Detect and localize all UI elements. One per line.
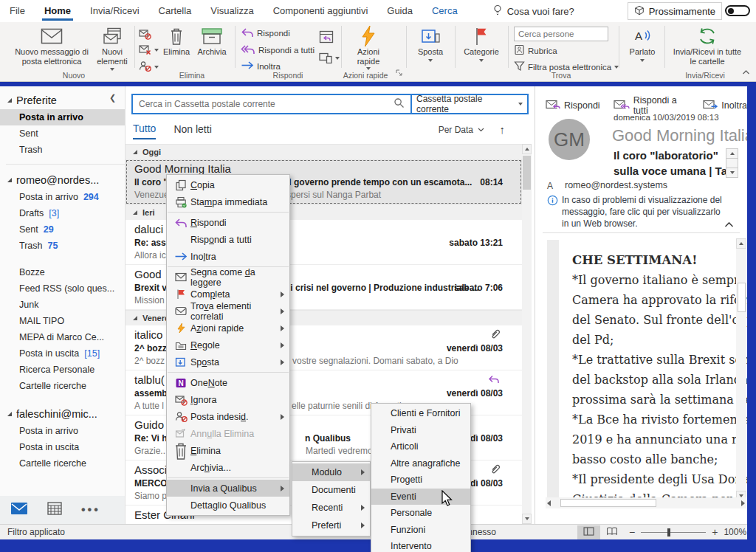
scroll-up-icon[interactable] (522, 144, 532, 154)
ignore-button[interactable] (139, 28, 151, 41)
rispondi-button[interactable]: Rispondi (546, 99, 600, 112)
zoom-slider-thumb[interactable] (667, 528, 670, 537)
menu-item-ignora[interactable]: Ignora (167, 391, 289, 408)
folder-item-feed-rss-solo-ques-[interactable]: Feed RSS (solo ques... (0, 280, 125, 297)
folder-root-faleschini-mic-[interactable]: faleschini@mic... (0, 404, 125, 423)
menu-item-dettaglio-qualibus[interactable]: Dettaglio Qualibus (167, 497, 289, 514)
reply-meeting-button[interactable] (319, 30, 334, 46)
menu-item-funzioni[interactable]: Funzioni (371, 522, 470, 539)
scroll-left-icon[interactable] (547, 500, 551, 506)
folder-root-romeo-nordes-[interactable]: romeo@nordes... (0, 170, 125, 189)
folder-item-sent[interactable]: Sent29 (0, 221, 125, 238)
group-triangle-icon[interactable] (133, 316, 137, 320)
menu-item-preferti[interactable]: Preferti (292, 517, 370, 534)
categorize-button[interactable]: Categorie (459, 25, 504, 62)
collapse-header-icon[interactable] (724, 218, 734, 231)
search-icon[interactable] (394, 97, 405, 111)
zoom-in-icon[interactable]: + (712, 526, 718, 538)
search-input[interactable]: Cerca in Cassetta postale corrente (133, 95, 410, 113)
folder-item-ricerca-personale[interactable]: Ricerca Personale (0, 362, 125, 378)
menu-item-progetti[interactable]: Progetti (371, 472, 470, 489)
expand-triangle-icon[interactable] (7, 412, 12, 416)
ribbon-tab-guida[interactable]: Guida (377, 1, 422, 21)
delete-button[interactable]: Elimina (159, 25, 193, 57)
new-mail-button[interactable]: Nuovo messaggio di posta elettronica (10, 25, 93, 66)
search-people-input[interactable] (514, 27, 608, 41)
menu-item-recenti[interactable]: Recenti (292, 499, 370, 517)
menu-item-privati[interactable]: Privati (371, 422, 470, 439)
group-triangle-icon[interactable] (133, 210, 137, 215)
reply-all-button[interactable]: Rispondi a tutti (241, 44, 315, 56)
list-group-oggi[interactable]: Oggi (126, 144, 522, 159)
calendar-icon[interactable] (47, 502, 62, 518)
zoom-level[interactable]: 100% (724, 527, 746, 537)
folder-item-cartelle-ricerche[interactable]: Cartelle ricerche (0, 455, 125, 472)
folder-item-drafts[interactable]: Drafts[3] (0, 205, 125, 221)
send-receive-button[interactable]: Invia/Ricevi in tutte le cartelle (669, 25, 746, 66)
menu-item-eventi[interactable]: Eventi (371, 489, 470, 506)
folder-item-posta-in-uscita[interactable]: Posta in uscita[15] (0, 345, 125, 362)
tell-me-label[interactable]: Cosa vuoi fare? (507, 6, 574, 17)
folder-item-posta-in-arrivo[interactable]: Posta in arrivo (0, 109, 125, 125)
menu-item-personale[interactable]: Personale (371, 505, 470, 522)
ribbon-tab-cartella[interactable]: Cartella (149, 1, 202, 21)
menu-item-altre-anagrafiche[interactable]: Altre anagrafiche (371, 455, 470, 472)
folder-item-posta-in-arrivo[interactable]: Posta in arrivo (0, 423, 125, 439)
body-horizontal-scrollbar[interactable] (546, 497, 746, 508)
read-aloud-button[interactable]: A Parlato (623, 25, 662, 62)
collapse-ribbon-icon[interactable] (742, 65, 750, 78)
menu-item-invia-a-qualibus[interactable]: Invia a Qualibus (167, 480, 289, 497)
group-triangle-icon[interactable] (133, 150, 137, 154)
menu-item-rispondi[interactable]: Rispondi (167, 214, 289, 231)
expand-triangle-icon[interactable] (7, 178, 12, 182)
folder-item-posta-in-arrivo[interactable]: Posta in arrivo294 (0, 189, 125, 205)
scroll-down-icon[interactable] (522, 514, 532, 524)
expand-triangle-icon[interactable] (7, 98, 12, 103)
forward-button[interactable]: Inoltra (241, 61, 281, 72)
more-icon[interactable]: ••• (81, 503, 100, 517)
menu-item-posta-indesid-[interactable]: Posta indesid. (167, 408, 289, 425)
tell-me-box[interactable]: Cosa vuoi fare? (492, 4, 574, 18)
quick-actions-button[interactable]: Azioni rapide (346, 25, 391, 70)
more-respond-button[interactable] (319, 52, 340, 65)
mail-icon[interactable] (10, 502, 28, 518)
menu-item-clienti-e-fornitori[interactable]: Clienti e Fornitori (371, 405, 470, 422)
reply-button[interactable]: Rispondi (241, 27, 290, 39)
menu-item-modulo[interactable]: Modulo (292, 463, 370, 481)
folder-item-cartelle-ricerche[interactable]: Cartelle ricerche (0, 378, 125, 394)
folder-item-mepa-di-marco-ce-[interactable]: MEPA di Marco Ce... (0, 329, 125, 345)
ribbon-tab-invia-ricevi[interactable]: Invia/Ricevi (80, 1, 148, 21)
sender-name[interactable]: Good Morning Italia (612, 126, 747, 145)
menu-item-intervento[interactable]: Intervento (371, 538, 470, 552)
ribbon-tab-cerca[interactable]: Cerca (422, 1, 467, 21)
folder-item-sent[interactable]: Sent (0, 125, 125, 142)
layout-view-button[interactable] (600, 525, 624, 539)
tab-unread[interactable]: Non letti (173, 123, 211, 139)
move-button[interactable]: Sposta (410, 25, 450, 62)
folder-item-mail-tipo[interactable]: MAIL TIPO (0, 313, 125, 329)
view-in-browser-notice[interactable]: In caso di problemi di visualizzazione d… (562, 194, 728, 230)
ribbon-tab-home[interactable]: Home (35, 1, 80, 21)
ribbon-tab-file[interactable]: File (0, 1, 35, 21)
menu-item-regole[interactable]: Regole (167, 337, 289, 353)
menu-item-copia[interactable]: Copia (167, 176, 289, 193)
scrollbar-thumb[interactable] (523, 156, 531, 190)
folder-item-trash[interactable]: Trash75 (0, 238, 125, 254)
recipient-address[interactable]: romeo@nordest.systems (565, 180, 667, 190)
reading-view-button[interactable] (577, 525, 600, 539)
sort-by-dropdown[interactable]: Per Data (439, 125, 484, 135)
spin-up-icon[interactable] (726, 149, 738, 159)
menu-item-trova-elementi-correlati[interactable]: Trova elementi correlati (167, 303, 289, 320)
menu-item-rispondi-a-tutti[interactable]: Rispondi a tutti (167, 231, 289, 248)
coming-soon-toggle[interactable] (725, 5, 750, 16)
body-vertical-scrollbar[interactable] (736, 238, 746, 501)
message-list-scrollbar[interactable] (522, 144, 532, 524)
menu-item-articoli[interactable]: Articoli (371, 438, 470, 455)
menu-item-azioni-rapide[interactable]: Azioni rapide (167, 320, 289, 337)
avatar[interactable]: GM (549, 119, 590, 160)
new-items-button[interactable]: Nuovi elementi (93, 25, 131, 71)
body-scrollbar-thumb[interactable] (738, 283, 746, 312)
folder-item-junk[interactable]: Junk (0, 297, 125, 313)
menu-item-elimina[interactable]: Elimina (167, 442, 289, 459)
collapse-folder-pane-icon[interactable]: ❮ (109, 93, 116, 103)
